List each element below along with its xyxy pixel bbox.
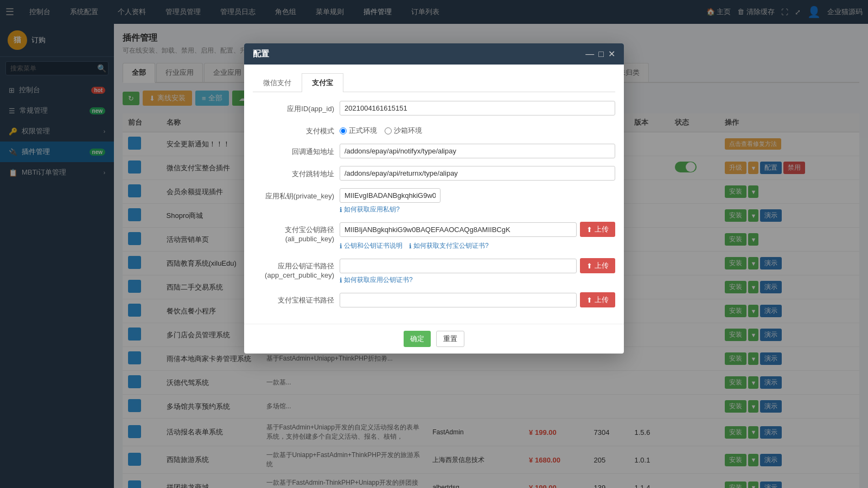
upload-icon3: ⬆: [586, 296, 592, 304]
radio-pay-mode: 正式环境 沙箱环境: [340, 123, 422, 136]
label-return-url: 支付跳转地址: [253, 166, 334, 179]
hint-app-cert[interactable]: ℹ 如何获取应用公钥证书?: [340, 275, 615, 285]
modal-close-button[interactable]: ✕: [608, 49, 615, 59]
label-root-cert: 支付宝根证书路径: [253, 292, 334, 305]
label-pay-mode: 支付模式: [253, 123, 334, 136]
form-group-app-cert: 应用公钥证书路径(app_cert_public_key) ⬆ 上传 ℹ 如何获…: [253, 258, 615, 285]
modal-tab-wechat[interactable]: 微信支付: [253, 73, 302, 92]
confirm-button[interactable]: 确定: [404, 331, 431, 347]
form-group-return-url: 支付跳转地址: [253, 166, 615, 181]
modal-footer: 确定 重置: [244, 324, 624, 354]
radio-prod[interactable]: 正式环境: [340, 126, 377, 136]
upload-group-ali: ⬆ 上传: [340, 222, 615, 237]
radio-sandbox[interactable]: 沙箱环境: [385, 126, 422, 136]
info-icon3: ℹ: [409, 242, 412, 250]
modal-header: 配置 — □ ✕: [244, 43, 624, 65]
form-group-notify-url: 回调通知地址: [253, 144, 615, 158]
config-modal: 配置 — □ ✕ 微信支付 支付宝 应用ID(app_id) 支付模式: [244, 43, 624, 354]
modal-tab-bar: 微信支付 支付宝: [253, 73, 615, 92]
upload-root-cert-button[interactable]: ⬆ 上传: [580, 292, 615, 307]
info-icon2: ℹ: [340, 242, 342, 250]
modal-overlay: 配置 — □ ✕ 微信支付 支付宝 应用ID(app_id) 支付模式: [0, 0, 868, 488]
radio-prod-input[interactable]: [340, 127, 347, 134]
input-notify-url[interactable]: [340, 144, 615, 158]
form-group-root-cert: 支付宝根证书路径 ⬆ 上传: [253, 292, 615, 307]
modal-minimize-button[interactable]: —: [585, 49, 594, 59]
hint-ali-get-cert[interactable]: ℹ 如何获取支付宝公钥证书?: [409, 241, 489, 251]
label-notify-url: 回调通知地址: [253, 144, 334, 157]
form-group-app-id: 应用ID(app_id): [253, 101, 615, 115]
upload-icon2: ⬆: [586, 262, 592, 270]
label-app-cert: 应用公钥证书路径(app_cert_public_key): [253, 258, 334, 279]
input-private-key[interactable]: [340, 188, 441, 203]
upload-app-cert-button[interactable]: ⬆ 上传: [580, 258, 615, 273]
upload-icon: ⬆: [586, 226, 592, 234]
modal-title: 配置: [253, 49, 269, 59]
info-icon: ℹ: [340, 206, 342, 214]
ali-pubkey-container: ⬆ 上传 ℹ 公钥和公钥证书说明 ℹ 如何获取支付宝公钥证书?: [340, 222, 615, 251]
form-group-pay-mode: 支付模式 正式环境 沙箱环境: [253, 123, 615, 136]
modal-body: 微信支付 支付宝 应用ID(app_id) 支付模式 正式环境 沙箱环境: [244, 65, 624, 324]
upload-ali-button[interactable]: ⬆ 上传: [580, 222, 615, 237]
input-app-id[interactable]: [340, 101, 615, 115]
form-group-ali-pubkey: 支付宝公钥路径(ali_public_key) ⬆ 上传 ℹ 公钥和公钥证书说明: [253, 222, 615, 251]
label-app-id: 应用ID(app_id): [253, 101, 334, 114]
ali-hints: ℹ 公钥和公钥证书说明 ℹ 如何获取支付宝公钥证书?: [340, 239, 615, 251]
modal-tab-alipay[interactable]: 支付宝: [302, 73, 343, 92]
label-private-key: 应用私钥(private_key): [253, 188, 334, 201]
hint-private-key[interactable]: ℹ 如何获取应用私钥?: [340, 205, 615, 214]
radio-sandbox-input[interactable]: [385, 127, 392, 134]
root-cert-container: ⬆ 上传: [340, 292, 615, 307]
app-cert-container: ⬆ 上传 ℹ 如何获取应用公钥证书?: [340, 258, 615, 285]
info-icon4: ℹ: [340, 277, 342, 284]
label-ali-pubkey: 支付宝公钥路径(ali_public_key): [253, 222, 334, 243]
upload-group-app-cert: ⬆ 上传: [340, 258, 615, 273]
upload-group-root-cert: ⬆ 上传: [340, 292, 615, 307]
input-ali-pubkey[interactable]: [340, 222, 577, 237]
reset-button[interactable]: 重置: [436, 331, 464, 347]
input-return-url[interactable]: [340, 166, 615, 181]
private-key-container: ℹ 如何获取应用私钥?: [340, 188, 615, 214]
modal-maximize-button[interactable]: □: [598, 49, 604, 59]
input-app-cert[interactable]: [340, 259, 577, 273]
input-root-cert[interactable]: [340, 293, 577, 307]
form-group-private-key: 应用私钥(private_key) ℹ 如何获取应用私钥?: [253, 188, 615, 214]
modal-controls: — □ ✕: [585, 49, 615, 59]
hint-ali-cert[interactable]: ℹ 公钥和公钥证书说明: [340, 241, 403, 251]
